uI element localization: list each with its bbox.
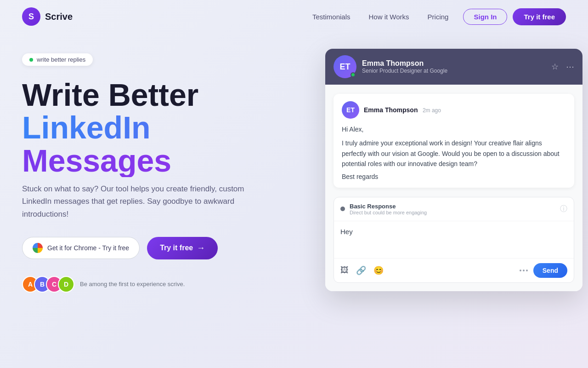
msg-time: 2m ago <box>423 107 441 114</box>
nav-pricing[interactable]: Pricing <box>428 13 449 21</box>
hero-title-line1: Write Better <box>22 79 307 111</box>
chrome-button-label: Get it for Chrome - Try it free <box>47 244 129 252</box>
more-options-button[interactable] <box>520 270 528 271</box>
header-user-title: Senior Product Designer at Google <box>362 68 551 74</box>
msg-line1: Hi Alex, <box>342 124 566 134</box>
try-free-hero-label: Try it free <box>160 244 193 252</box>
logo-icon: S <box>22 7 40 26</box>
reply-toolbar: 🖼 🔗 😊 Send <box>334 258 574 282</box>
linkedin-header: ET Emma Thompson Senior Product Designer… <box>325 49 582 85</box>
nav-links: Testimonials How it Works Pricing <box>312 13 448 21</box>
star-icon[interactable]: ☆ <box>551 62 559 72</box>
reply-type-info: Basic Response Direct but could be more … <box>350 203 560 215</box>
social-proof: A B C D Be among the first to experience… <box>22 276 307 293</box>
info-icon[interactable]: ⓘ <box>560 204 567 214</box>
nav-testimonials[interactable]: Testimonials <box>312 13 351 21</box>
hero-cta: Get it for Chrome - Try it free Try it f… <box>22 237 307 259</box>
logo[interactable]: S Scrive <box>22 7 73 26</box>
brand-name: Scrive <box>45 12 73 22</box>
hero-title-messages: Messages <box>22 144 307 177</box>
reply-type-label: Basic Response <box>350 203 560 210</box>
link-icon[interactable]: 🔗 <box>356 265 366 276</box>
msg-sender-name: Emma Thompson <box>364 106 418 114</box>
online-indicator <box>351 72 356 77</box>
badge-dot <box>29 58 33 62</box>
sender-initials: ET <box>339 62 350 72</box>
more-icon[interactable]: ⋯ <box>566 62 574 72</box>
send-button[interactable]: Send <box>533 263 567 278</box>
message-area: ET Emma Thompson 2m ago Hi Alex, I truly… <box>325 85 582 197</box>
msg-sender-info: Emma Thompson 2m ago <box>364 106 441 114</box>
try-free-nav-button[interactable]: Try it free <box>513 8 566 25</box>
navbar: S Scrive Testimonials How it Works Prici… <box>0 0 588 33</box>
hero-title-linkedin: LinkedIn <box>22 111 307 144</box>
msg-line2: I truly admire your exceptional work in … <box>342 138 566 169</box>
reply-type-row[interactable]: Basic Response Direct but could be more … <box>334 197 574 221</box>
hero-badge: write better replies <box>22 53 93 66</box>
social-proof-text: Be among the first to experience scrive. <box>80 281 185 288</box>
msg-avatar: ET <box>342 101 359 119</box>
emoji-icon[interactable]: 😊 <box>373 265 384 276</box>
chrome-icon <box>33 243 43 253</box>
try-free-hero-button[interactable]: Try it free → <box>147 237 218 259</box>
message-sender-row: ET Emma Thompson 2m ago <box>342 101 566 119</box>
nav-how-it-works[interactable]: How it Works <box>369 13 409 21</box>
reply-box: Basic Response Direct but could be more … <box>334 197 574 283</box>
type-dot <box>340 207 345 211</box>
badge-text: write better replies <box>37 56 85 63</box>
hero-right: ET Emma Thompson Senior Product Designer… <box>325 44 582 291</box>
linkedin-panel: ET Emma Thompson Senior Product Designer… <box>325 49 582 291</box>
avatar-4: D <box>58 276 74 293</box>
arrow-right-icon: → <box>197 243 205 253</box>
reply-section: Basic Response Direct but could be more … <box>325 197 582 291</box>
message-bubble: ET Emma Thompson 2m ago Hi Alex, I truly… <box>334 94 574 188</box>
image-icon[interactable]: 🖼 <box>340 265 349 276</box>
hero-left: write better replies Write Better Linked… <box>22 44 307 293</box>
user-info: Emma Thompson Senior Product Designer at… <box>362 59 551 74</box>
reply-type-sub: Direct but could be more engaging <box>350 210 560 215</box>
sender-avatar: ET <box>334 55 356 78</box>
signin-button[interactable]: Sign In <box>463 9 507 25</box>
header-icons: ☆ ⋯ <box>551 62 574 72</box>
hero-title: Write Better LinkedIn Messages <box>22 79 307 177</box>
toolbar-icons: 🖼 🔗 😊 <box>340 265 384 276</box>
header-user-name: Emma Thompson <box>362 59 551 68</box>
hero-section: write better replies Write Better Linked… <box>0 33 588 368</box>
chrome-button[interactable]: Get it for Chrome - Try it free <box>22 237 140 259</box>
reply-placeholder: Hey <box>340 228 353 236</box>
reply-input[interactable]: Hey <box>334 221 574 258</box>
avatars: A B C D <box>22 276 74 293</box>
hero-subtitle: Stuck on what to say? Our tool helps you… <box>22 183 261 220</box>
msg-regards: Best regards <box>342 173 566 180</box>
